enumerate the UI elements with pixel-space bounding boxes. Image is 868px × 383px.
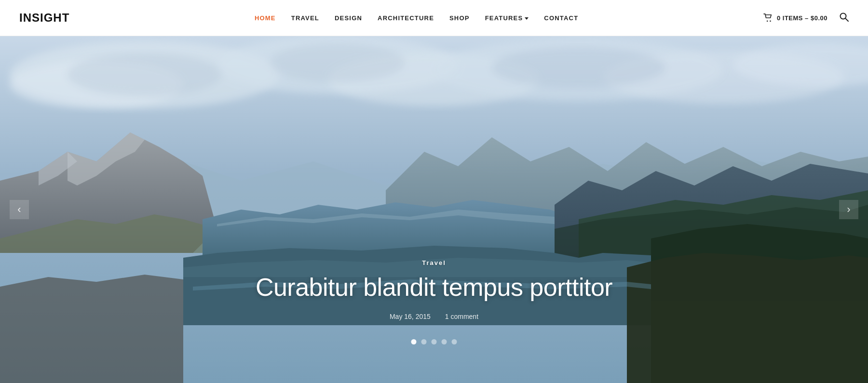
slider-dot-5[interactable]: [452, 339, 457, 344]
nav-item-shop[interactable]: SHOP: [449, 14, 470, 22]
slide-comments[interactable]: 1 comment: [445, 313, 478, 320]
cart-button[interactable]: 0 ITEMS – $0.00: [763, 13, 827, 22]
hero-background: [0, 36, 868, 383]
svg-point-1: [770, 20, 771, 22]
slider-dot-1[interactable]: [411, 339, 417, 344]
slider-dot-4[interactable]: [442, 339, 447, 344]
slide-content: Travel Curabitur blandit tempus porttito…: [241, 259, 627, 320]
slider-prev-button[interactable]: ‹: [10, 200, 29, 219]
svg-point-14: [492, 47, 665, 88]
slider-dots: [411, 339, 457, 344]
site-logo[interactable]: INSIGHT: [19, 11, 69, 25]
cart-icon: [763, 13, 773, 22]
slide-category: Travel: [241, 259, 627, 266]
nav-item-design[interactable]: DESIGN: [335, 14, 362, 22]
svg-point-0: [767, 20, 768, 22]
nav-item-home[interactable]: HOME: [255, 14, 276, 22]
svg-line-3: [845, 18, 848, 21]
search-button[interactable]: [839, 12, 849, 24]
slide-title[interactable]: Curabitur blandit tempus porttitor: [241, 273, 627, 302]
nav-item-architecture[interactable]: ARCHITECTURE: [378, 14, 434, 22]
site-header: INSIGHT HOME TRAVEL DESIGN ARCHITECTURE …: [0, 0, 868, 36]
nav-item-travel[interactable]: TRAVEL: [291, 14, 319, 22]
svg-point-13: [270, 43, 405, 82]
slide-meta: May 16, 2015 1 comment: [241, 313, 627, 320]
slider-dot-2[interactable]: [421, 339, 427, 344]
search-icon: [839, 12, 849, 22]
slider-next-button[interactable]: ›: [839, 200, 858, 219]
cart-label: 0 ITEMS – $0.00: [777, 14, 827, 22]
hero-slider: ‹ Travel Curabitur blandit tempus portti…: [0, 36, 868, 383]
slider-dot-3[interactable]: [432, 339, 437, 344]
hero-landscape-svg: [0, 36, 868, 383]
nav-item-features[interactable]: FEATURES: [485, 14, 529, 22]
slide-date: May 16, 2015: [390, 313, 431, 320]
nav-item-contact[interactable]: CONTACT: [544, 14, 578, 22]
svg-point-12: [68, 53, 222, 96]
main-nav: HOME TRAVEL DESIGN ARCHITECTURE SHOP FEA…: [255, 14, 578, 22]
chevron-down-icon: [525, 17, 529, 20]
